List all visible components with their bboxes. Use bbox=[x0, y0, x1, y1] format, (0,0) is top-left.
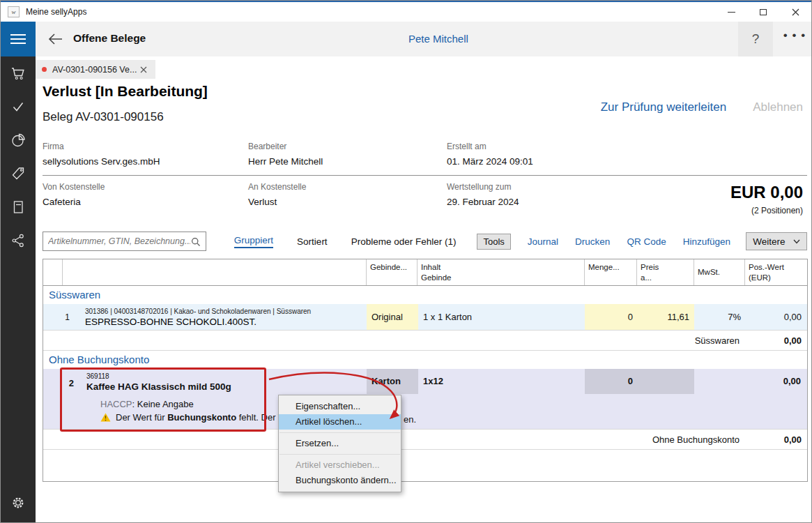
window-controls bbox=[715, 2, 811, 22]
sidebar-item-reports[interactable] bbox=[1, 123, 36, 157]
document-number: Beleg AV-0301-090156 bbox=[43, 110, 164, 124]
article-meta: 301386 | 04003148702016 | Kakao- und Sch… bbox=[85, 308, 367, 315]
sidebar-item-journal[interactable] bbox=[1, 190, 36, 224]
sidebar-item-tasks[interactable] bbox=[1, 90, 36, 123]
tab-close-button[interactable] bbox=[138, 64, 149, 75]
warning-triangle-icon bbox=[100, 413, 111, 422]
article-name: Kaffee HAG Klassisch mild 500g bbox=[86, 381, 231, 392]
unsaved-changes-dot bbox=[42, 67, 47, 72]
col-description bbox=[63, 259, 367, 285]
menu-separator bbox=[279, 432, 400, 433]
row-number: 2 bbox=[64, 378, 74, 388]
table-row[interactable]: 1 301386 | 04003148702016 | Kakao- und S… bbox=[43, 304, 807, 330]
col-menge[interactable]: Menge... bbox=[585, 259, 637, 285]
col-preis[interactable]: Preis a... bbox=[637, 259, 694, 285]
maximize-icon bbox=[760, 9, 767, 15]
preis-value[interactable]: 11,61 bbox=[637, 312, 694, 322]
toggle-sorted[interactable]: Sortiert bbox=[297, 236, 328, 247]
field-erstellt-am: Erstellt am 01. März 2024 09:01 bbox=[447, 142, 533, 167]
group-footer-label: Süsswaren bbox=[695, 335, 740, 346]
gebinde-cell[interactable]: Original bbox=[367, 304, 418, 330]
book-icon bbox=[10, 199, 26, 215]
field-label: Von Kostenstelle bbox=[43, 182, 105, 192]
header-more-button[interactable]: • • • bbox=[779, 22, 811, 56]
window-title: Meine sellyApps bbox=[26, 7, 86, 17]
document-total: EUR 0,00 (2 Positionen) bbox=[730, 183, 803, 215]
field-value: Herr Pete Mitchell bbox=[248, 156, 323, 167]
close-icon bbox=[140, 66, 147, 73]
field-label: Erstellt am bbox=[447, 142, 533, 151]
menu-button[interactable] bbox=[1, 22, 36, 56]
col-mwst[interactable]: MwSt. bbox=[694, 259, 745, 285]
share-icon bbox=[10, 232, 26, 249]
tab-label: AV-0301-090156 Ve... bbox=[52, 65, 138, 75]
article-search[interactable] bbox=[43, 232, 206, 251]
menge-preis-cell[interactable]: 0 11,61 bbox=[585, 304, 694, 330]
sidebar-item-cart[interactable] bbox=[1, 56, 36, 90]
close-icon bbox=[792, 8, 799, 16]
warning-text-tail: en. bbox=[404, 414, 416, 425]
menu-item-buchungskonto-aendern[interactable]: Buchungskonto ändern... bbox=[279, 473, 401, 488]
field-label: An Kostenstelle bbox=[248, 182, 306, 192]
total-amount: EUR 0,00 bbox=[730, 183, 803, 202]
pie-chart-icon bbox=[10, 132, 26, 149]
menu-item-artikel-loeschen[interactable]: Artikel löschen... bbox=[279, 414, 401, 430]
menu-item-ersetzen[interactable]: Ersetzen... bbox=[279, 436, 401, 451]
app-window: w Meine sellyApps Offene Belege Pete Mit… bbox=[0, 0, 812, 523]
field-firma: Firma sellysolutions Serv.ges.mbH bbox=[43, 142, 160, 167]
print-link[interactable]: Drucken bbox=[575, 236, 610, 247]
article-name: ESPRESSO-BOHNE SCHOKOLI.400ST. bbox=[85, 317, 367, 327]
col-gebinde[interactable]: Gebinde... bbox=[367, 259, 418, 285]
gebinde-cell[interactable]: Karton bbox=[367, 369, 418, 394]
minimize-button[interactable] bbox=[715, 2, 747, 22]
inhalt-cell: 1x12 bbox=[423, 369, 443, 394]
col-pos-wert[interactable]: Pos.-Wert (EUR) bbox=[745, 259, 807, 285]
validation-warning: Der Wert für Buchungskonto fehlt. Der We… bbox=[100, 412, 302, 423]
fields-divider bbox=[43, 175, 807, 176]
price-tag-icon bbox=[10, 165, 26, 182]
menge-value[interactable]: 0 bbox=[585, 312, 637, 322]
haccp-line: HACCP: Keine Angabe bbox=[100, 399, 194, 409]
warning-text: Der Wert für Buchungskonto fehlt. Der We… bbox=[116, 412, 302, 423]
field-von-kostenstelle: Von Kostenstelle Cafeteria bbox=[43, 182, 105, 207]
menu-item-eigenschaften[interactable]: Eigenschaften... bbox=[279, 399, 401, 414]
menge-value[interactable]: 0 bbox=[585, 369, 637, 394]
sidebar-item-share[interactable] bbox=[1, 224, 36, 257]
group-footer-suesswaren: Süsswaren 0,00 bbox=[43, 330, 807, 351]
forward-for-review-button[interactable]: Zur Prüfung weiterleiten bbox=[601, 100, 726, 114]
journal-link[interactable]: Journal bbox=[528, 236, 558, 247]
sidebar-item-labels[interactable] bbox=[1, 157, 36, 190]
close-button[interactable] bbox=[779, 2, 811, 22]
positions-toolbar: Gruppiert Sortiert Probleme oder Fehler … bbox=[43, 232, 807, 251]
menu-separator bbox=[279, 454, 400, 455]
qr-code-link[interactable]: QR Code bbox=[627, 236, 666, 247]
menge-preis-cell[interactable]: 0 bbox=[585, 369, 694, 394]
add-link[interactable]: Hinzufügen bbox=[683, 236, 730, 247]
inhalt-cell: 1 x 1 Karton bbox=[418, 304, 585, 330]
user-menu[interactable]: Pete Mitchell bbox=[408, 33, 468, 45]
toggle-problems[interactable]: Probleme oder Fehler (1) bbox=[351, 236, 457, 247]
tools-button[interactable]: Tools bbox=[477, 234, 510, 250]
maximize-button[interactable] bbox=[747, 2, 779, 22]
document-tab[interactable]: AV-0301-090156 Ve... bbox=[36, 60, 155, 79]
back-button[interactable] bbox=[45, 31, 66, 47]
col-number bbox=[43, 259, 63, 285]
sidebar-item-settings[interactable] bbox=[1, 486, 36, 520]
more-dropdown-button[interactable]: Weitere bbox=[746, 232, 807, 250]
sidebar-nav bbox=[1, 56, 36, 523]
reject-button[interactable]: Ablehnen bbox=[753, 100, 803, 114]
app-logo-icon: w bbox=[8, 6, 20, 17]
document-title: Verlust [In Bearbeitung] bbox=[43, 83, 208, 100]
field-an-kostenstelle: An Kostenstelle Verlust bbox=[248, 182, 306, 207]
chevron-down-icon bbox=[793, 239, 800, 244]
table-row-selected[interactable]: 2 369118 Kaffee HAG Klassisch mild 500g … bbox=[43, 369, 807, 429]
settings-gear-icon bbox=[10, 494, 26, 511]
search-input[interactable] bbox=[48, 236, 190, 246]
row-number: 1 bbox=[43, 304, 74, 330]
positions-table: Gebinde... Inhalt Gebinde Menge... Preis… bbox=[43, 259, 808, 482]
col-inhalt[interactable]: Inhalt Gebinde bbox=[418, 259, 585, 285]
page-title: Offene Belege bbox=[73, 32, 146, 45]
help-button[interactable]: ? bbox=[738, 22, 773, 56]
toggle-grouped[interactable]: Gruppiert bbox=[234, 235, 273, 248]
minimize-icon bbox=[728, 12, 735, 13]
